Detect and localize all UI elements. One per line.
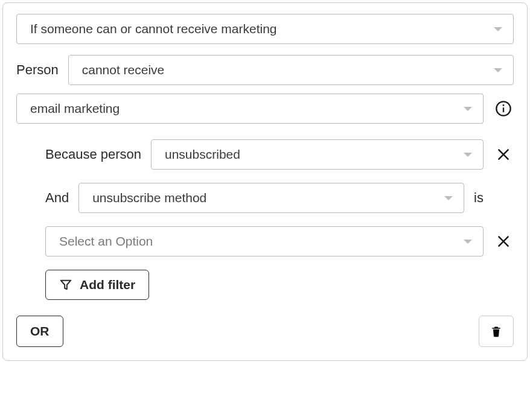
chevron-down-icon <box>444 196 453 200</box>
and-row: And unsubscribe method is <box>45 183 514 213</box>
reason-value: unsubscribed <box>165 147 240 162</box>
chevron-down-icon <box>494 68 502 72</box>
chevron-down-icon <box>464 240 472 244</box>
delete-button[interactable] <box>479 316 514 347</box>
option-select[interactable]: Select an Option <box>45 226 484 256</box>
add-filter-label: Add filter <box>80 278 135 292</box>
channel-value: email marketing <box>30 101 120 116</box>
svg-marker-7 <box>61 281 71 290</box>
method-value: unsubscribe method <box>92 191 206 205</box>
chevron-down-icon <box>494 27 502 31</box>
close-icon[interactable] <box>493 144 514 165</box>
close-icon[interactable] <box>493 231 514 252</box>
add-filter-button[interactable]: Add filter <box>45 270 149 300</box>
info-icon[interactable] <box>493 98 514 119</box>
svg-point-2 <box>503 104 505 106</box>
method-select[interactable]: unsubscribe method <box>78 183 464 213</box>
reason-select[interactable]: unsubscribed <box>151 139 484 170</box>
or-button[interactable]: OR <box>16 316 63 347</box>
option-row: Select an Option <box>45 226 514 256</box>
or-label: OR <box>30 324 49 339</box>
because-label: Because person <box>45 147 141 162</box>
trash-icon <box>490 325 502 338</box>
person-row: Person cannot receive <box>16 55 514 85</box>
filter-icon <box>59 278 72 291</box>
receive-value: cannot receive <box>82 63 165 77</box>
card-footer: OR <box>16 316 514 347</box>
condition-type-select[interactable]: If someone can or cannot receive marketi… <box>16 14 514 44</box>
add-filter-row: Add filter <box>45 270 514 300</box>
nested-filters: Because person unsubscribed And unsubscr… <box>16 139 514 300</box>
condition-type-value: If someone can or cannot receive marketi… <box>30 22 277 36</box>
receive-select[interactable]: cannot receive <box>68 55 514 85</box>
is-label: is <box>474 190 484 206</box>
and-label: And <box>45 190 69 206</box>
chevron-down-icon <box>464 107 472 111</box>
channel-row: email marketing <box>16 94 514 124</box>
because-row: Because person unsubscribed <box>45 139 514 170</box>
filter-card: If someone can or cannot receive marketi… <box>2 2 528 361</box>
option-placeholder: Select an Option <box>59 234 153 249</box>
channel-select[interactable]: email marketing <box>16 94 484 124</box>
chevron-down-icon <box>464 153 472 157</box>
person-label: Person <box>16 62 59 78</box>
